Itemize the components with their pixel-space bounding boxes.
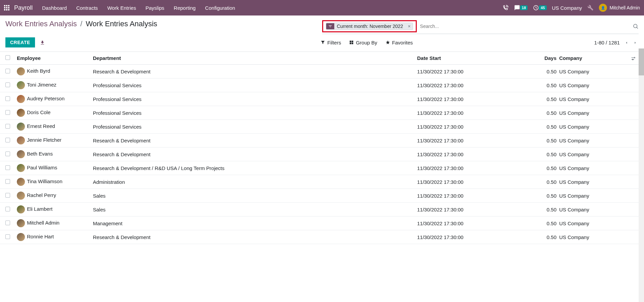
row-checkbox[interactable] — [5, 69, 10, 73]
pager: 1-80 / 1281 — [594, 38, 639, 47]
pager-next-icon[interactable] — [632, 38, 639, 47]
department-cell: Research & Development — [93, 69, 417, 74]
employee-avatar-icon — [17, 164, 25, 172]
messages-badge: 18 — [520, 5, 528, 10]
table-row[interactable]: Mitchell Admin Management 11/30/2022 17:… — [0, 216, 644, 230]
pager-prev-icon[interactable] — [623, 38, 630, 47]
search-box[interactable]: Current month: November 2022 × — [322, 20, 639, 34]
svg-point-1 — [634, 24, 637, 28]
menu-contracts[interactable]: Contracts — [76, 5, 98, 11]
days-cell: 0.50 — [542, 82, 556, 88]
table-row[interactable]: Ronnie Hart Research & Development 11/30… — [0, 230, 644, 244]
messages-icon[interactable]: 18 — [514, 5, 528, 11]
header-date-start[interactable]: Date Start — [417, 55, 542, 61]
filter-tag-highlight: Current month: November 2022 × — [322, 20, 417, 32]
department-cell: Sales — [93, 193, 417, 199]
employee-name: Doris Cole — [27, 109, 50, 115]
table-row[interactable]: Beth Evans Research & Development 11/30/… — [0, 147, 644, 161]
employee-avatar-icon — [17, 109, 25, 117]
header-employee[interactable]: Employee — [17, 55, 93, 61]
company-switcher[interactable]: US Company — [552, 5, 582, 11]
menu-configuration[interactable]: Configuration — [205, 5, 235, 11]
department-cell: Research & Development — [93, 234, 417, 240]
filter-tag-close-icon[interactable]: × — [406, 23, 412, 30]
employee-name: Keith Byrd — [27, 68, 50, 74]
list-view: Employee Department Date Start Days Comp… — [0, 52, 644, 244]
filters-button[interactable]: Filters — [320, 40, 341, 45]
favorites-button[interactable]: Favorites — [385, 40, 413, 45]
table-row[interactable]: Ernest Reed Professional Services 11/30/… — [0, 120, 644, 134]
table-row[interactable]: Doris Cole Professional Services 11/30/2… — [0, 106, 644, 120]
department-cell: Management — [93, 221, 417, 226]
header-company[interactable]: Company — [556, 55, 639, 61]
table-row[interactable]: Paul Williams Research & Development / R… — [0, 161, 644, 175]
row-checkbox[interactable] — [5, 221, 10, 225]
date-start-cell: 11/30/2022 17:30:00 — [417, 96, 542, 102]
table-row[interactable]: Toni Jimenez Professional Services 11/30… — [0, 78, 644, 92]
pager-range[interactable]: 1-80 / 1281 — [594, 40, 620, 45]
company-cell: US Company — [556, 193, 639, 199]
table-row[interactable]: Eli Lambert Sales 11/30/2022 17:30:00 0.… — [0, 203, 644, 216]
date-start-cell: 11/30/2022 17:30:00 — [417, 234, 542, 240]
activities-icon[interactable]: 45 — [533, 5, 546, 11]
debug-icon[interactable] — [587, 5, 594, 11]
main-menu: Dashboard Contracts Work Entries Payslip… — [42, 5, 235, 11]
menu-reporting[interactable]: Reporting — [174, 5, 196, 11]
search-input[interactable] — [419, 22, 633, 30]
select-all-checkbox[interactable] — [5, 55, 10, 60]
date-start-cell: 11/30/2022 17:30:00 — [417, 207, 542, 212]
company-cell: US Company — [556, 82, 639, 88]
phone-icon[interactable] — [503, 5, 509, 11]
days-cell: 0.50 — [542, 96, 556, 102]
breadcrumb-parent[interactable]: Work Entries Analysis — [5, 20, 77, 28]
row-checkbox[interactable] — [5, 110, 10, 115]
employee-avatar-icon — [17, 123, 25, 131]
employee-name: Beth Evans — [27, 151, 53, 157]
row-checkbox[interactable] — [5, 82, 10, 87]
table-row[interactable]: Keith Byrd Research & Development 11/30/… — [0, 65, 644, 78]
menu-dashboard[interactable]: Dashboard — [42, 5, 67, 11]
row-checkbox[interactable] — [5, 234, 10, 239]
company-cell: US Company — [556, 124, 639, 130]
menu-payslips[interactable]: Payslips — [145, 5, 164, 11]
group-by-button[interactable]: Group By — [349, 40, 377, 45]
row-checkbox[interactable] — [5, 138, 10, 142]
row-checkbox[interactable] — [5, 165, 10, 170]
vertical-scrollbar[interactable] — [639, 48, 644, 244]
apps-icon[interactable] — [4, 5, 9, 10]
row-checkbox[interactable] — [5, 152, 10, 156]
export-icon[interactable] — [40, 39, 45, 45]
table-row[interactable]: Audrey Peterson Professional Services 11… — [0, 92, 644, 106]
table-row[interactable]: Jennie Fletcher Research & Development 1… — [0, 134, 644, 147]
company-cell: US Company — [556, 69, 639, 74]
row-checkbox[interactable] — [5, 179, 10, 184]
employee-avatar-icon — [17, 95, 25, 103]
department-cell: Sales — [93, 207, 417, 212]
column-options-icon[interactable] — [631, 55, 636, 61]
create-button[interactable]: Create — [5, 37, 35, 47]
app-title[interactable]: Payroll — [14, 4, 33, 11]
table-row[interactable]: Tina Williamson Administration 11/30/202… — [0, 175, 644, 189]
company-cell: US Company — [556, 152, 639, 157]
user-menu[interactable]: 👤 Mitchell Admin — [599, 4, 640, 12]
search-icon[interactable] — [633, 23, 639, 29]
user-avatar-icon: 👤 — [599, 4, 607, 12]
header-department[interactable]: Department — [93, 55, 417, 61]
row-checkbox[interactable] — [5, 193, 10, 198]
row-checkbox[interactable] — [5, 96, 10, 101]
menu-work-entries[interactable]: Work Entries — [107, 5, 136, 11]
row-checkbox[interactable] — [5, 124, 10, 129]
company-cell: US Company — [556, 207, 639, 212]
employee-avatar-icon — [17, 178, 25, 186]
employee-avatar-icon — [17, 192, 25, 200]
employee-avatar-icon — [17, 81, 25, 89]
row-checkbox[interactable] — [5, 207, 10, 211]
table-row[interactable]: Rachel Perry Sales 11/30/2022 17:30:00 0… — [0, 189, 644, 203]
header-days[interactable]: Days — [542, 55, 556, 61]
days-cell: 0.50 — [542, 165, 556, 171]
date-start-cell: 11/30/2022 17:30:00 — [417, 124, 542, 130]
days-cell: 0.50 — [542, 193, 556, 199]
filters-label: Filters — [327, 40, 341, 45]
employee-name: Eli Lambert — [27, 206, 53, 212]
employee-name: Ernest Reed — [27, 123, 55, 129]
